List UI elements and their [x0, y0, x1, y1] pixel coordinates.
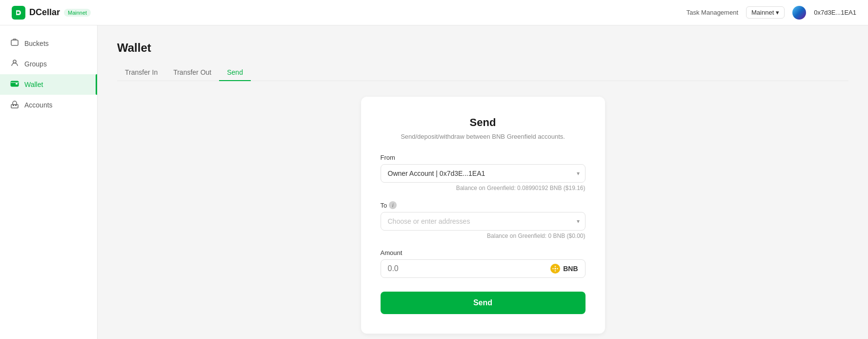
from-label: From — [381, 154, 585, 161]
card-subtitle: Send/deposit/withdraw between BNB Greenf… — [381, 133, 585, 140]
amount-input[interactable] — [388, 264, 551, 273]
bucket-icon — [10, 38, 20, 49]
header: DCellar Mainnet Task Management Mainnet … — [0, 0, 868, 25]
network-selector[interactable]: Mainnet ▾ — [746, 6, 785, 19]
sidebar-item-wallet-label: Wallet — [24, 81, 43, 88]
tab-send[interactable]: Send — [219, 64, 251, 81]
svg-point-2 — [13, 60, 16, 63]
dcellar-logo-icon — [12, 6, 25, 20]
sidebar-item-buckets[interactable]: Buckets — [0, 33, 97, 54]
header-right: Task Management Mainnet ▾ 0x7d3E...1EA1 — [686, 6, 856, 20]
sidebar-item-groups[interactable]: Groups — [0, 54, 97, 74]
bnb-label: BNB — [563, 265, 578, 273]
tabs: Transfer In Transfer Out Send — [117, 64, 848, 81]
account-address: 0x7d3E...1EA1 — [814, 9, 856, 16]
sidebar-item-buckets-label: Buckets — [24, 40, 49, 47]
from-balance: Balance on Greenfield: 0.08990192 BNB ($… — [381, 185, 585, 191]
svg-rect-4 — [16, 83, 18, 85]
accounts-icon — [10, 100, 20, 110]
amount-input-wrapper: BNB — [381, 259, 585, 278]
sidebar-item-groups-label: Groups — [24, 60, 47, 68]
sidebar-item-wallet[interactable]: Wallet — [0, 74, 97, 95]
sidebar-item-accounts[interactable]: Accounts — [0, 95, 97, 115]
header-left: DCellar Mainnet — [12, 6, 91, 20]
to-label: To i — [381, 201, 585, 209]
send-button[interactable]: Send — [381, 292, 585, 314]
network-badge: Mainnet — [64, 9, 91, 17]
bnb-badge: BNB — [550, 264, 578, 274]
bnb-icon — [550, 264, 560, 274]
to-info-icon[interactable]: i — [389, 201, 397, 209]
to-balance: Balance on Greenfield: 0 BNB ($0.00) — [381, 233, 585, 239]
sidebar-item-accounts-label: Accounts — [24, 101, 53, 109]
wallet-icon — [10, 79, 20, 90]
svg-rect-7 — [15, 105, 17, 106]
card-title: Send — [381, 116, 585, 129]
main-layout: Buckets Groups Wallet — [0, 25, 868, 339]
svg-rect-1 — [11, 40, 18, 45]
from-select-wrapper: Owner Account | 0x7d3E...1EA1 ▾ — [381, 164, 585, 183]
svg-rect-6 — [13, 105, 14, 106]
amount-label: Amount — [381, 249, 585, 256]
sidebar: Buckets Groups Wallet — [0, 25, 98, 339]
logo-text: DCellar — [29, 7, 60, 18]
to-field-group: To i Choose or enter addresses ▾ Balance… — [381, 201, 585, 239]
to-select[interactable]: Choose or enter addresses — [381, 212, 585, 231]
from-select[interactable]: Owner Account | 0x7d3E...1EA1 — [381, 164, 585, 183]
from-field-group: From Owner Account | 0x7d3E...1EA1 ▾ Bal… — [381, 154, 585, 191]
to-select-wrapper: Choose or enter addresses ▾ — [381, 212, 585, 231]
send-card: Send Send/deposit/withdraw between BNB G… — [361, 97, 605, 334]
avatar[interactable] — [792, 6, 806, 20]
main-content: Wallet Transfer In Transfer Out Send Sen… — [98, 25, 868, 339]
svg-rect-5 — [11, 105, 18, 108]
page-title: Wallet — [117, 41, 848, 55]
task-management-link[interactable]: Task Management — [686, 9, 738, 16]
tab-transfer-out[interactable]: Transfer Out — [165, 64, 219, 81]
groups-icon — [10, 59, 20, 69]
tab-transfer-in[interactable]: Transfer In — [117, 64, 165, 81]
amount-field-group: Amount BNB — [381, 249, 585, 278]
